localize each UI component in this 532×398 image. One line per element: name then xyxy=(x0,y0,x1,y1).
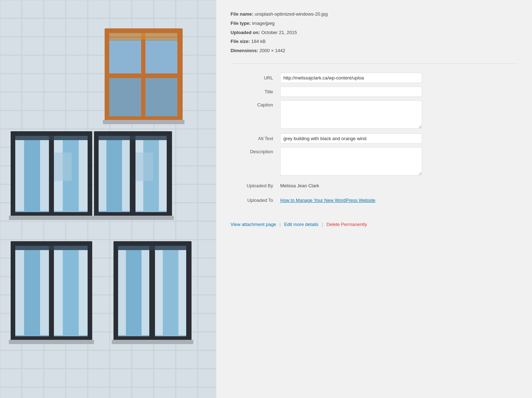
file-size-value: 184 kB xyxy=(251,39,266,44)
svg-rect-47 xyxy=(150,246,154,336)
svg-rect-20 xyxy=(40,140,49,211)
delete-permanently-link[interactable]: Delete Permanently xyxy=(327,222,367,227)
separator-1: | xyxy=(279,222,281,227)
file-info-section: File name: unsplash-optimized-windows-20… xyxy=(231,11,518,64)
svg-rect-55 xyxy=(135,153,153,181)
file-size-row: File size: 184 kB xyxy=(231,38,518,45)
svg-rect-50 xyxy=(142,250,149,335)
svg-rect-23 xyxy=(9,216,94,220)
svg-rect-48 xyxy=(118,246,186,250)
dimensions-row: Dimensions: 2000 × 1442 xyxy=(231,47,518,55)
uploaded-on-row: Uploaded on: October 21, 2015 xyxy=(231,29,518,37)
svg-rect-49 xyxy=(118,250,126,335)
alt-text-field-cell xyxy=(280,132,518,145)
svg-rect-28 xyxy=(99,136,167,140)
uploaded-to-value: How to Manage Your New WordPress Website xyxy=(280,195,518,206)
svg-rect-52 xyxy=(178,250,186,335)
file-name-row: File name: unsplash-optimized-windows-20… xyxy=(231,11,518,18)
svg-rect-30 xyxy=(122,140,130,211)
description-textarea[interactable] xyxy=(280,147,422,176)
alt-text-input[interactable] xyxy=(280,133,422,144)
svg-rect-13 xyxy=(103,120,184,124)
edit-more-details-link[interactable]: Edit more details xyxy=(284,222,318,227)
uploaded-to-link[interactable]: How to Manage Your New WordPress Website xyxy=(280,198,375,203)
caption-label: Caption xyxy=(231,99,280,132)
file-size-label: File size: xyxy=(231,39,250,44)
caption-field-cell xyxy=(280,99,518,132)
svg-rect-32 xyxy=(159,140,167,211)
uploaded-by-row: Uploaded By Melissa Jean Clark xyxy=(231,178,518,193)
description-label: Description xyxy=(231,145,280,178)
uploaded-on-value: October 21, 2015 xyxy=(261,30,297,35)
title-label: Title xyxy=(231,85,280,99)
url-input[interactable] xyxy=(280,73,422,83)
svg-rect-43 xyxy=(9,340,94,344)
file-type-label: File type: xyxy=(231,21,251,26)
dimensions-label: Dimensions: xyxy=(231,48,258,53)
svg-rect-27 xyxy=(131,136,135,212)
svg-rect-41 xyxy=(54,250,63,335)
title-field-cell xyxy=(280,85,518,99)
uploaded-by-label: Uploaded By xyxy=(231,178,280,193)
svg-rect-7 xyxy=(145,78,177,116)
svg-rect-19 xyxy=(15,140,24,211)
file-name-value: unsplash-optimized-windows-20.jpg xyxy=(255,11,328,17)
alt-text-row: Alt Text xyxy=(231,132,518,145)
uploaded-on-label: Uploaded on: xyxy=(231,30,260,35)
svg-rect-9 xyxy=(141,33,144,116)
svg-rect-54 xyxy=(54,153,72,181)
main-container: File name: unsplash-optimized-windows-20… xyxy=(0,0,532,398)
svg-rect-37 xyxy=(50,246,53,336)
title-input[interactable] xyxy=(280,87,422,97)
description-row: Description xyxy=(231,145,518,178)
svg-rect-10 xyxy=(109,33,177,39)
url-label: URL xyxy=(231,71,280,85)
svg-rect-29 xyxy=(99,140,106,211)
svg-rect-39 xyxy=(15,250,24,335)
svg-rect-33 xyxy=(92,216,174,220)
image-panel xyxy=(0,0,216,398)
file-name-label: File name: xyxy=(231,11,253,17)
url-row: URL xyxy=(231,71,518,85)
svg-rect-51 xyxy=(155,250,163,335)
building-image xyxy=(0,0,216,398)
svg-rect-18 xyxy=(15,136,88,140)
alt-text-label: Alt Text xyxy=(231,132,280,145)
title-row: Title xyxy=(231,85,518,99)
caption-textarea[interactable] xyxy=(280,100,422,129)
uploaded-by-field-cell: Melissa Jean Clark xyxy=(280,178,518,193)
description-field-cell xyxy=(280,145,518,178)
svg-rect-17 xyxy=(50,136,53,212)
metadata-panel: File name: unsplash-optimized-windows-20… xyxy=(216,0,532,398)
actions-row: View attachment page | Edit more details… xyxy=(231,216,518,227)
dimensions-value: 2000 × 1442 xyxy=(260,48,286,53)
view-attachment-link[interactable]: View attachment page xyxy=(231,222,276,227)
file-type-row: File type: image/jpeg xyxy=(231,20,518,27)
uploaded-to-field-cell: How to Manage Your New WordPress Website xyxy=(280,193,518,208)
attachment-form: URL Title Caption xyxy=(231,71,518,208)
svg-rect-53 xyxy=(112,340,193,344)
svg-rect-6 xyxy=(109,78,141,116)
svg-rect-42 xyxy=(79,250,88,335)
uploaded-to-label: Uploaded To xyxy=(231,193,280,208)
building-svg xyxy=(0,0,216,398)
caption-row: Caption xyxy=(231,99,518,132)
url-field-cell xyxy=(280,71,518,85)
separator-2: | xyxy=(322,222,323,227)
uploaded-by-value: Melissa Jean Clark xyxy=(280,180,518,191)
uploaded-to-row: Uploaded To How to Manage Your New WordP… xyxy=(231,193,518,208)
svg-rect-38 xyxy=(15,246,88,250)
file-type-value: image/jpeg xyxy=(252,21,275,26)
svg-rect-22 xyxy=(79,140,88,211)
svg-rect-40 xyxy=(40,250,49,335)
